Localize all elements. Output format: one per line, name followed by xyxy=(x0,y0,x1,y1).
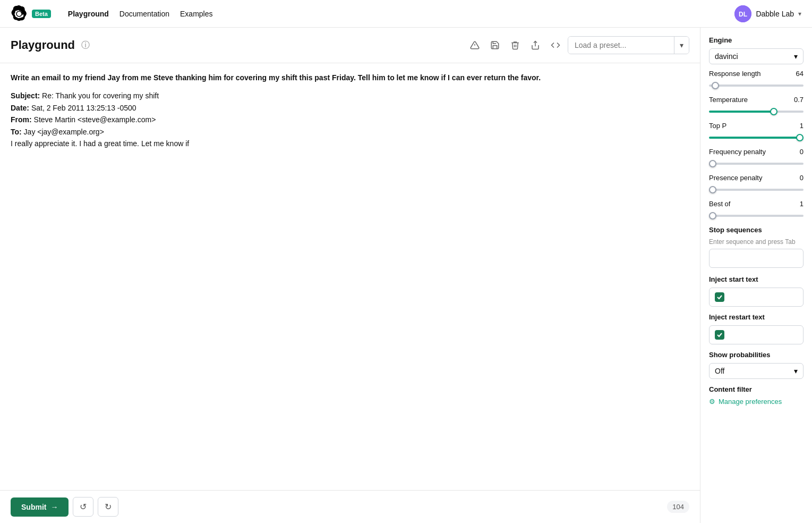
response-length-slider[interactable] xyxy=(709,85,804,87)
nav-playground[interactable]: Playground xyxy=(68,10,109,18)
logo-area: Beta xyxy=(11,5,51,22)
show-probabilities-value: Off xyxy=(715,367,724,375)
content-filter-label: Content filter xyxy=(709,385,804,393)
app-header: Beta Playground Documentation Examples D… xyxy=(0,0,812,28)
prompt-content: Write an email to my friend Jay from me … xyxy=(11,72,689,149)
show-probabilities-label: Show probabilities xyxy=(709,351,804,359)
date-value: Sat, 2 Feb 2011 13:25:13 -0500 xyxy=(29,104,136,112)
inject-restart-label: Inject restart text xyxy=(709,313,804,321)
frequency-penalty-value: 0 xyxy=(800,148,804,156)
save-button[interactable] xyxy=(487,37,503,53)
main-layout: Playground ⓘ xyxy=(0,28,812,523)
to-label: To: xyxy=(11,128,22,136)
presence-penalty-slider[interactable] xyxy=(709,189,804,191)
from-value: Steve Martin <steve@example.com> xyxy=(32,115,156,124)
top-p-value: 1 xyxy=(800,122,804,130)
submit-label: Submit xyxy=(21,503,46,511)
warning-button[interactable] xyxy=(467,37,483,53)
best-of-slider[interactable] xyxy=(709,215,804,217)
best-of-label: Best of xyxy=(709,200,730,208)
engine-chevron-icon: ▾ xyxy=(794,52,798,61)
gear-icon: ⚙ xyxy=(709,398,715,406)
stop-sequences-label: Stop sequences xyxy=(709,226,804,234)
top-p-label: Top P xyxy=(709,122,726,130)
preset-dropdown[interactable]: ▾ xyxy=(568,36,689,54)
temperature-value: 0.7 xyxy=(794,96,804,104)
inject-restart-checkbox[interactable] xyxy=(715,330,724,340)
subject-value: Re: Thank you for covering my shift xyxy=(40,91,159,100)
submit-arrow-icon: → xyxy=(50,503,58,511)
temperature-label: Temperature xyxy=(709,96,748,104)
manage-preferences-label: Manage preferences xyxy=(719,398,782,406)
engine-dropdown[interactable]: davinci ▾ xyxy=(709,48,804,64)
redo-button[interactable]: ↻ xyxy=(98,497,118,517)
undo-icon: ↺ xyxy=(80,502,87,512)
svg-text:DL: DL xyxy=(739,11,747,18)
show-probabilities-chevron-icon: ▾ xyxy=(794,367,798,375)
share-button[interactable] xyxy=(527,37,543,53)
preset-chevron-icon[interactable]: ▾ xyxy=(674,37,689,54)
nav-examples[interactable]: Examples xyxy=(180,10,212,18)
beta-badge: Beta xyxy=(32,10,51,18)
date-label: Date: xyxy=(11,104,29,112)
toolbar: ▾ xyxy=(467,36,689,54)
editor-area[interactable]: Write an email to my friend Jay from me … xyxy=(0,63,700,490)
response-length-label: Response length xyxy=(709,70,761,78)
body-text: I really appreciate it. I had a great ti… xyxy=(11,139,189,148)
presence-penalty-slider-row: Presence penalty 0 xyxy=(709,174,804,192)
inject-start-checkbox[interactable] xyxy=(715,292,724,302)
engine-value: davinci xyxy=(715,52,738,61)
settings-panel: Engine davinci ▾ Response length 64 Temp… xyxy=(700,28,812,523)
undo-button[interactable]: ↺ xyxy=(73,497,93,517)
response-length-slider-row: Response length 64 xyxy=(709,70,804,88)
bottom-bar: Submit → ↺ ↻ 104 xyxy=(0,490,700,523)
subject-label: Subject: xyxy=(11,91,40,100)
temperature-slider-row: Temperature 0.7 xyxy=(709,96,804,114)
token-count: 104 xyxy=(667,501,689,513)
to-value: Jay <jay@example.org> xyxy=(22,128,104,136)
user-name: Dabble Lab xyxy=(756,10,794,18)
response-length-value: 64 xyxy=(796,70,804,78)
svg-point-0 xyxy=(16,11,22,16)
manage-preferences-link[interactable]: ⚙ Manage preferences xyxy=(709,398,804,406)
user-menu-chevron-icon: ▾ xyxy=(798,10,801,18)
inject-start-checkbox-row xyxy=(709,288,804,307)
avatar: DL xyxy=(734,5,751,22)
presence-penalty-label: Presence penalty xyxy=(709,174,762,182)
best-of-value: 1 xyxy=(800,200,804,208)
nav-documentation[interactable]: Documentation xyxy=(119,10,169,18)
page-title: Playground xyxy=(11,38,75,52)
best-of-slider-row: Best of 1 xyxy=(709,200,804,218)
presence-penalty-value: 0 xyxy=(800,174,804,182)
top-p-slider-row: Top P 1 xyxy=(709,122,804,140)
user-menu[interactable]: DL Dabble Lab ▾ xyxy=(734,5,801,22)
frequency-penalty-label: Frequency penalty xyxy=(709,148,766,156)
from-label: From: xyxy=(11,115,32,124)
engine-label: Engine xyxy=(709,36,804,44)
inject-restart-checkbox-row xyxy=(709,325,804,344)
temperature-slider[interactable] xyxy=(709,111,804,113)
stop-sequences-input[interactable] xyxy=(709,249,804,268)
prompt-instruction: Write an email to my friend Jay from me … xyxy=(11,73,541,82)
top-p-slider[interactable] xyxy=(709,137,804,139)
code-button[interactable] xyxy=(548,37,563,53)
show-probabilities-dropdown[interactable]: Off ▾ xyxy=(709,363,804,379)
frequency-penalty-slider[interactable] xyxy=(709,163,804,165)
frequency-penalty-slider-row: Frequency penalty 0 xyxy=(709,148,804,166)
redo-icon: ↻ xyxy=(105,502,112,512)
delete-button[interactable] xyxy=(507,37,523,53)
stop-sequences-hint: Enter sequence and press Tab xyxy=(709,238,804,246)
inject-start-label: Inject start text xyxy=(709,275,804,283)
main-nav: Playground Documentation Examples xyxy=(68,10,213,18)
left-panel: Playground ⓘ xyxy=(0,28,700,523)
submit-button[interactable]: Submit → xyxy=(11,497,69,517)
openai-logo xyxy=(11,5,28,22)
page-header: Playground ⓘ xyxy=(0,28,700,63)
info-icon[interactable]: ⓘ xyxy=(81,40,90,51)
preset-input[interactable] xyxy=(568,37,674,54)
